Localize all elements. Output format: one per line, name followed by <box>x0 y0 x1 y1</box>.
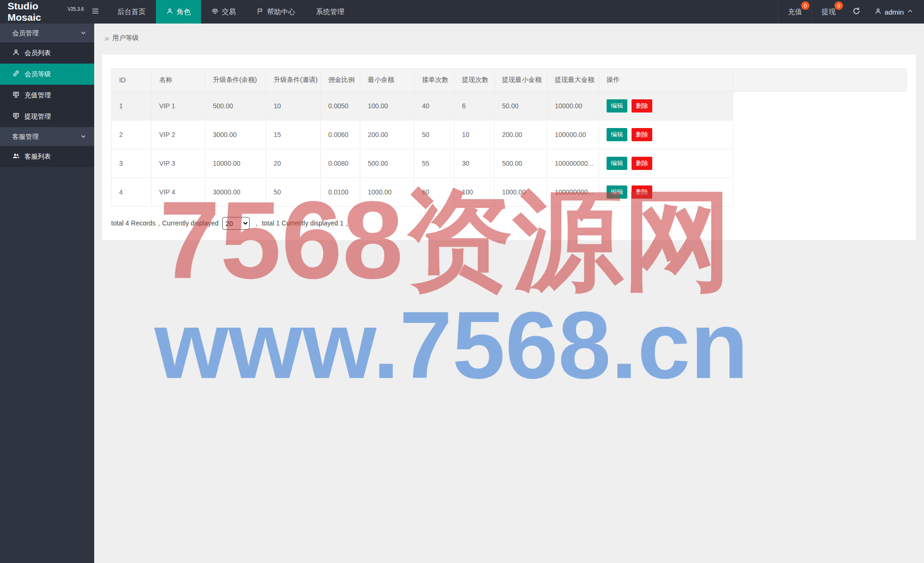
person-icon <box>166 8 173 16</box>
nav-item-trade[interactable]: 交易 <box>201 0 246 24</box>
cell-upgrade-invite: 10 <box>266 92 321 121</box>
withdraw-mgmt-label: 提现管理 <box>24 113 51 121</box>
col-header-name: 名称 <box>152 69 205 92</box>
person-icon <box>12 48 24 57</box>
cell-min-balance: 500.00 <box>360 149 414 178</box>
user-menu[interactable]: admin <box>868 0 924 24</box>
withdraw-badge: 0 <box>835 1 843 10</box>
member-list-label: 会员列表 <box>24 49 51 57</box>
member-level-label: 会员等级 <box>24 70 51 79</box>
col-header-upgrade-balance: 升级条件(余额) <box>205 69 266 92</box>
cell-name: VIP 4 <box>152 178 205 207</box>
sidebar-group-service[interactable]: 客服管理 <box>0 127 94 146</box>
cell-filler <box>733 178 908 207</box>
col-header-commission: 佣金比例 <box>321 69 360 92</box>
cell-withdraw-count: 10 <box>454 121 494 149</box>
refresh-icon <box>852 7 860 17</box>
col-header-order-count: 接单次数 <box>414 69 454 92</box>
table-row: 2 VIP 2 3000.00 15 0.0060 200.00 50 10 2… <box>112 121 908 149</box>
sidebar: 会员管理 会员列表 会员等级 充值管理 提现管理 客服管理 <box>0 24 94 563</box>
nav-item-system[interactable]: 系统管理 <box>306 0 355 24</box>
group-service-label: 客服管理 <box>12 133 39 140</box>
top-nav: 后台首页 角色 交易 帮助中心 系统管理 <box>107 0 355 24</box>
table-card: ID 名称 升级条件(余额) 升级条件(邀请) 佣金比例 最小余额 接单次数 提… <box>102 55 916 240</box>
cell-min-balance: 100.00 <box>360 92 414 121</box>
col-header-min-balance: 最小余额 <box>360 69 414 92</box>
cell-commission: 0.0080 <box>321 149 360 178</box>
brand-logo: Studio Mosaic V25.3.6 <box>0 0 84 24</box>
sidebar-item-recharge-mgmt[interactable]: 充值管理 <box>0 85 94 106</box>
cell-withdraw-max: 100000000... <box>547 178 599 207</box>
cell-order-count: 40 <box>414 92 454 121</box>
cell-id: 3 <box>112 149 152 178</box>
delete-button[interactable]: 删除 <box>632 185 652 199</box>
nav-trade-label: 交易 <box>222 8 236 16</box>
nav-item-home[interactable]: 后台首页 <box>107 0 156 24</box>
nav-item-role[interactable]: 角色 <box>156 0 201 24</box>
cell-commission: 0.0060 <box>321 121 360 149</box>
recharge-button[interactable]: 充值 0 <box>778 0 811 24</box>
sidebar-toggle-button[interactable] <box>84 0 107 24</box>
cell-filler <box>733 149 908 178</box>
sidebar-item-member-list[interactable]: 会员列表 <box>0 42 94 64</box>
delete-button[interactable]: 删除 <box>632 128 652 141</box>
chevron-up-icon <box>907 8 914 16</box>
withdraw-button[interactable]: 提现 0 <box>811 0 845 24</box>
sidebar-group-member[interactable]: 会员管理 <box>0 24 94 42</box>
cell-commission: 0.0100 <box>321 178 360 207</box>
sidebar-item-withdraw-mgmt[interactable]: 提现管理 <box>0 106 94 127</box>
cell-min-balance: 200.00 <box>360 121 414 149</box>
service-list-label: 客服列表 <box>24 153 51 161</box>
nav-home-label: 后台首页 <box>117 8 146 16</box>
main-content: » 用户等级 ID 名称 升级条件(余额) 升级条件(邀请) 佣金比例 最小余额… <box>94 24 924 563</box>
page-title: 用户等级 <box>112 34 138 42</box>
col-header-id: ID <box>112 69 152 92</box>
edit-button[interactable]: 编辑 <box>607 128 627 141</box>
edit-button[interactable]: 编辑 <box>607 185 627 199</box>
pagination-text-before: total 4 Records，Currently displayed <box>111 219 219 228</box>
brand-name: Studio Mosaic <box>8 0 66 23</box>
users-icon <box>12 152 24 161</box>
cell-id: 2 <box>112 121 152 149</box>
page-size-select[interactable]: 20 <box>222 217 250 230</box>
edit-button[interactable]: 编辑 <box>607 157 627 170</box>
col-header-actions: 操作 <box>599 69 733 92</box>
recharge-mgmt-label: 充值管理 <box>24 91 51 100</box>
refresh-button[interactable] <box>845 0 868 24</box>
cell-id: 4 <box>112 178 152 207</box>
cell-upgrade-invite: 15 <box>266 121 321 149</box>
user-level-table: ID 名称 升级条件(余额) 升级条件(邀请) 佣金比例 最小余额 接单次数 提… <box>111 68 907 207</box>
cell-min-balance: 1000.00 <box>360 178 414 207</box>
cell-upgrade-invite: 20 <box>266 149 321 178</box>
username-label: admin <box>884 8 904 16</box>
pagination-bar: total 4 Records，Currently displayed 20 ，… <box>111 217 907 230</box>
edit-button[interactable]: 编辑 <box>607 99 627 113</box>
breadcrumb: » 用户等级 <box>94 24 924 42</box>
cell-withdraw-max: 10000.00 <box>547 92 599 121</box>
sidebar-item-member-level[interactable]: 会员等级 <box>0 64 94 85</box>
cell-name: VIP 2 <box>152 121 205 149</box>
cell-actions: 编辑删除 <box>599 149 733 178</box>
cell-actions: 编辑删除 <box>599 178 733 207</box>
nav-help-label: 帮助中心 <box>267 8 295 16</box>
cell-upgrade-balance: 500.00 <box>205 92 266 121</box>
cell-withdraw-max: 100000.00 <box>547 121 599 149</box>
cell-commission: 0.0050 <box>321 92 360 121</box>
col-header-withdraw-min: 提现最小金额 <box>494 69 547 92</box>
cell-name: VIP 3 <box>152 149 205 178</box>
pagination-text-after: ， total 1 Currently displayed 1 。 <box>253 219 352 228</box>
delete-button[interactable]: 删除 <box>632 99 652 113</box>
delete-button[interactable]: 删除 <box>632 157 652 170</box>
cell-filler <box>733 121 908 149</box>
board-icon <box>12 112 24 121</box>
cell-order-count: 60 <box>414 178 454 207</box>
breadcrumb-chevrons-icon: » <box>105 34 109 42</box>
cell-order-count: 55 <box>414 149 454 178</box>
col-header-upgrade-invite: 升级条件(邀请) <box>266 69 321 92</box>
sidebar-item-service-list[interactable]: 客服列表 <box>0 146 94 167</box>
nav-item-help[interactable]: 帮助中心 <box>246 0 306 24</box>
nav-role-label: 角色 <box>177 8 191 16</box>
brand-version: V25.3.6 <box>68 7 84 12</box>
col-header-withdraw-max: 提现最大金额 <box>547 69 599 92</box>
cell-id: 1 <box>112 92 152 121</box>
